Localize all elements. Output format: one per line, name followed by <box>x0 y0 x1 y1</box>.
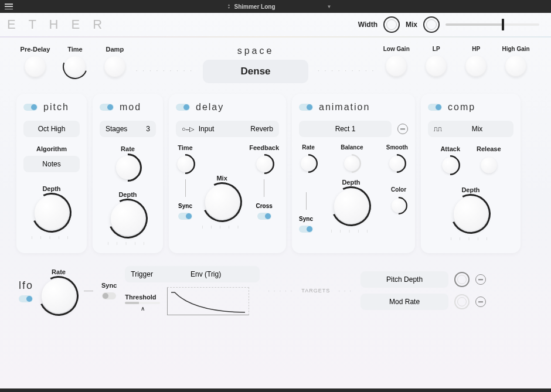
comp-depth-label: Depth <box>461 186 479 193</box>
delay-cross-toggle[interactable] <box>257 213 271 220</box>
hp-knob[interactable] <box>465 56 487 77</box>
target-selector[interactable]: Pitch Depth <box>360 271 448 288</box>
anim-sync-toggle[interactable] <box>299 226 313 233</box>
mod-toggle[interactable] <box>100 104 114 111</box>
delay-feedback-knob[interactable] <box>256 156 272 172</box>
target-amount-knob[interactable] <box>454 294 470 309</box>
preset-picker[interactable]: ▴▾ Shimmer Long ▼ <box>228 4 332 10</box>
comp-mode-value: Mix <box>472 125 483 133</box>
pitch-panel: pitch Oct High Algorithm Notes Depth | |… <box>16 94 87 253</box>
animation-title: animation <box>319 102 370 113</box>
stages-value: 3 <box>146 125 150 133</box>
anim-smooth-label: Smooth <box>386 144 408 151</box>
lfo-sync-label: Sync <box>101 282 117 289</box>
target-remove-icon[interactable] <box>475 274 486 285</box>
invert-icon[interactable] <box>397 124 408 134</box>
comp-release-knob[interactable] <box>481 157 496 173</box>
input-routing-icon: ○–▷ <box>182 125 194 133</box>
pitch-algorithm-selector[interactable]: Notes <box>23 156 80 172</box>
delay-title: delay <box>196 102 224 113</box>
logo: E T H E R <box>7 17 107 32</box>
anim-depth-knob[interactable] <box>334 189 368 223</box>
lfo-title: lfo <box>19 279 33 292</box>
mod-stages-selector[interactable]: Stages 3 <box>100 121 156 137</box>
animation-shape-selector[interactable]: Rect 1 <box>299 121 392 137</box>
algorithm-label: Algorithm <box>36 145 67 152</box>
delay-input-selector[interactable]: ○–▷ Input Reverb <box>176 121 279 137</box>
mod-rate-knob[interactable] <box>116 156 140 179</box>
space-mode-selector[interactable]: Dense <box>203 60 308 83</box>
top-bar: ▴▾ Shimmer Long ▼ <box>0 0 551 13</box>
time-label: Time <box>67 46 82 53</box>
mod-title: mod <box>120 102 141 113</box>
lfo-rate-knob[interactable] <box>42 279 76 313</box>
pitch-title: pitch <box>43 102 69 113</box>
mix-knob[interactable] <box>423 16 440 33</box>
preset-dropdown-icon[interactable]: ▼ <box>327 4 332 9</box>
modules-row: pitch Oct High Algorithm Notes Depth | |… <box>16 94 535 253</box>
footer-bar <box>0 388 551 392</box>
delay-toggle[interactable] <box>176 104 190 111</box>
preset-step-arrows[interactable]: ▴▾ <box>228 4 230 9</box>
delay-cross-label: Cross <box>256 203 272 209</box>
trigger-value: Env (Trig) <box>191 270 221 278</box>
lowgain-knob[interactable] <box>386 56 407 77</box>
predelay-label: Pre-Delay <box>21 46 50 53</box>
targets-label: TARGETS <box>301 288 330 294</box>
space-section: Pre-Delay Time Damp · · · · · · · · · sp… <box>16 46 535 83</box>
anim-balance-knob[interactable] <box>345 156 360 171</box>
connector-dots: · · · · · · · · · <box>136 67 193 74</box>
lfo-toggle[interactable] <box>19 295 33 302</box>
target-remove-icon[interactable] <box>475 296 486 307</box>
anim-rate-knob[interactable] <box>301 156 316 171</box>
comp-release-label: Release <box>477 145 501 152</box>
width-knob[interactable] <box>383 16 400 33</box>
pitch-depth-label: Depth <box>42 185 60 192</box>
delay-sync-label: Sync <box>178 203 192 209</box>
predelay-knob[interactable] <box>25 56 46 77</box>
target-selector[interactable]: Mod Rate <box>360 294 448 310</box>
stages-label: Stages <box>106 125 127 133</box>
envelope-display[interactable] <box>167 287 249 315</box>
comp-title: comp <box>448 102 475 113</box>
highgain-label: High Gain <box>502 46 529 52</box>
comp-attack-label: Attack <box>440 145 460 152</box>
comp-attack-knob[interactable] <box>443 157 458 173</box>
accent-strip <box>0 36 551 38</box>
lfo-rate-label: Rate <box>52 268 66 275</box>
space-title: space <box>203 46 308 56</box>
delay-time-knob[interactable] <box>177 156 193 172</box>
hp-label: HP <box>472 46 480 52</box>
output-slider[interactable] <box>445 23 539 26</box>
preset-name: Shimmer Long <box>234 4 276 10</box>
highgain-knob[interactable] <box>505 56 526 77</box>
target-row: Pitch Depth <box>360 271 486 288</box>
anim-rate-label: Rate <box>302 144 315 151</box>
target-amount-knob[interactable] <box>454 272 470 287</box>
anim-smooth-knob[interactable] <box>390 156 405 171</box>
comp-depth-knob[interactable] <box>454 197 488 231</box>
delay-mix-knob[interactable] <box>205 185 239 219</box>
lfo-sync-toggle[interactable] <box>102 292 116 299</box>
pitch-mode-selector[interactable]: Oct High <box>23 121 80 137</box>
time-knob[interactable] <box>64 56 86 77</box>
threshold-label: Threshold <box>125 294 156 301</box>
lp-knob[interactable] <box>426 56 447 77</box>
delay-input-label: Input <box>199 125 215 133</box>
comp-mode-selector[interactable]: ⎍⎍ Mix <box>428 121 513 137</box>
anim-color-knob[interactable] <box>392 199 406 213</box>
pitch-depth-knob[interactable] <box>35 196 69 230</box>
pitch-toggle[interactable] <box>23 104 38 111</box>
damp-knob[interactable] <box>104 56 125 77</box>
comp-toggle[interactable] <box>428 104 442 111</box>
threshold-caret-icon: ∧ <box>125 305 160 312</box>
threshold-slider[interactable] <box>125 302 160 304</box>
target-row: Mod Rate <box>360 294 486 310</box>
menu-icon[interactable] <box>5 4 13 9</box>
delay-sync-toggle[interactable] <box>178 213 192 220</box>
header: E T H E R Width Mix <box>0 13 551 36</box>
mod-depth-knob[interactable] <box>111 202 145 236</box>
lfo-trigger-selector[interactable]: Trigger Env (Trig) <box>125 266 260 282</box>
animation-panel: animation Rect 1 Rate Balance Smooth Syn… <box>292 94 415 253</box>
animation-toggle[interactable] <box>299 104 313 111</box>
